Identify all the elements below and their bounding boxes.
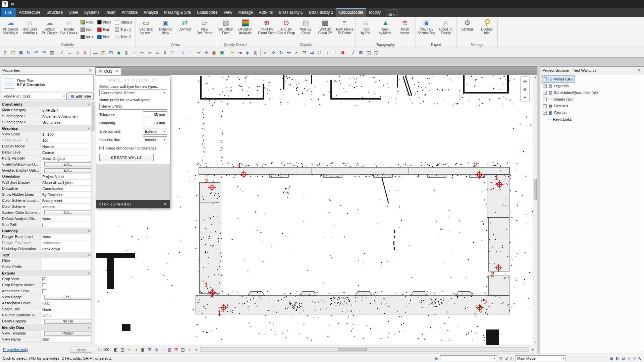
aligned-dimension-icon[interactable]: ↔: [66, 49, 73, 56]
property-value[interactable]: <none>: [41, 204, 95, 209]
delete-icon[interactable]: ✖: [339, 49, 346, 56]
property-value[interactable]: Project North: [41, 174, 95, 179]
wall-by-cloud-button[interactable]: ▤Wall By Cloud: [296, 18, 315, 41]
tol-offset-face-button[interactable]: ▧Tol. Offset Face: [216, 18, 235, 41]
tab-systems[interactable]: Systems: [81, 8, 102, 17]
tab-manage[interactable]: Manage: [235, 8, 256, 17]
camera-icon[interactable]: ◎: [252, 49, 259, 56]
horizontal-scrollbar[interactable]: [200, 347, 529, 352]
isolate-rvt-links-button[interactable]: ⌂Isolate Rvt. Links ▾: [59, 18, 78, 41]
tab-bim-facility-2[interactable]: BIM Facility 2: [306, 8, 336, 17]
property-value[interactable]: No clip: [41, 318, 95, 324]
close-project-browser-icon[interactable]: ✕: [637, 68, 642, 73]
browser-item-legends[interactable]: +▤Legends: [541, 82, 571, 89]
name-prefix-input[interactable]: Generic Wall: [99, 103, 167, 110]
crop-view-checkbox[interactable]: ✔: [42, 277, 46, 281]
tab-file[interactable]: File: [1, 8, 16, 17]
property-value[interactable]: None: [41, 216, 95, 222]
crop-view-icon[interactable]: ▣: [140, 346, 146, 353]
redo-icon[interactable]: ↷: [40, 49, 48, 56]
scroll-down-icon[interactable]: ▾: [533, 340, 537, 345]
sun-path-icon[interactable]: ☀: [126, 346, 132, 353]
expand-icon[interactable]: +: [543, 104, 547, 108]
property-value[interactable]: Grundrisse: [41, 119, 95, 125]
properties-scrollbar[interactable]: [91, 101, 95, 345]
close-inactive-views-icon[interactable]: ⊠: [357, 49, 365, 56]
location-line-select[interactable]: Interior▾: [143, 136, 167, 143]
property-value[interactable]: OG1: [41, 300, 95, 306]
annotation-crop-checkbox[interactable]: [42, 289, 46, 293]
text-note-icon[interactable]: A: [82, 49, 89, 56]
select-underlay-toggle-icon[interactable]: ◧: [615, 356, 620, 361]
open-file-icon[interactable]: ◳: [9, 49, 17, 56]
new-file-icon[interactable]: ▯: [2, 49, 9, 56]
property-value[interactable]: Allgemeine Ansichten: [41, 113, 95, 119]
property-value[interactable]: ✔: [41, 276, 95, 282]
property-value[interactable]: Coordination: [41, 186, 95, 191]
intensity-mode-button[interactable]: Int. ▾: [79, 34, 95, 41]
ref-plane-tool-icon[interactable]: ▱: [195, 49, 202, 56]
editable-items-icon[interactable]: ⚙: [499, 356, 503, 361]
topo-by-points-button[interactable]: ∴Topo. by Pts.: [357, 18, 376, 41]
normals-mode-button[interactable]: Nor.: [79, 26, 95, 33]
navigation-wheel-icon[interactable]: ◎: [521, 77, 529, 85]
temporary-view-properties-icon[interactable]: ▦: [166, 346, 173, 353]
close-panel-icon[interactable]: ✕: [164, 202, 167, 206]
print-icon[interactable]: ▥: [48, 49, 55, 56]
vertical-scrollbar[interactable]: ▴ ▾: [533, 75, 537, 345]
horizontal-scroll-thumb[interactable]: [338, 348, 367, 351]
mesh-import-button[interactable]: ≋Mesh Import.: [395, 18, 415, 41]
ceiling-tool-icon[interactable]: ▱: [146, 49, 153, 56]
opaque-button[interactable]: Opaque: [113, 19, 134, 26]
property-value[interactable]: [41, 222, 95, 228]
thin-lines-icon[interactable]: ╱: [350, 49, 357, 56]
browser-item-views-bf[interactable]: +◫Views (BF): [541, 76, 575, 82]
graphic-display-opti-button[interactable]: Edit...: [44, 168, 91, 173]
view-tab-og1[interactable]: ▤ OG1 ✕: [96, 67, 121, 75]
align-icon[interactable]: ⇤: [262, 49, 269, 56]
browser-item-schedules-quantities-all[interactable]: +▥Schedules/Quantities (all): [541, 89, 600, 96]
window-tool-icon[interactable]: ⊞: [107, 49, 115, 56]
point-by-cloud-snap-button[interactable]: ⊕Point By Cloud Snap: [257, 18, 276, 41]
property-section-extents[interactable]: Extents∧: [0, 270, 95, 276]
side-pointed-select[interactable]: Exterior▾: [143, 128, 167, 135]
type-selector[interactable]: Floor Plan BF A Grundriss: [2, 74, 94, 91]
view-selector-dropdown[interactable]: Floor Plan: OG1 ▾: [2, 93, 67, 100]
pt-clouds-visibility-button[interactable]: ☁Pt. Clouds Visibility ▾: [1, 18, 20, 41]
analytical-model-icon[interactable]: ⌂: [186, 346, 193, 353]
tab-view[interactable]: View: [221, 8, 235, 17]
navbar-expand-icon[interactable]: ▾: [521, 94, 529, 101]
property-section-constraints[interactable]: Constraints∧: [0, 101, 95, 107]
property-value[interactable]: [41, 258, 95, 264]
roof-tool-icon[interactable]: ⌂: [130, 49, 138, 56]
tab-collaborate[interactable]: Collaborate: [194, 8, 220, 17]
scrollbar-thumb[interactable]: [92, 102, 95, 131]
property-value[interactable]: Clean all wall joins: [41, 180, 95, 185]
scale-button[interactable]: 1 : 100: [97, 348, 112, 352]
property-value[interactable]: [41, 288, 95, 294]
tag-by-category-icon[interactable]: ◇: [74, 49, 81, 56]
view-range-button[interactable]: Edit...: [44, 295, 91, 300]
tile-views-icon[interactable]: ◱: [365, 49, 372, 56]
scope-box-tool-icon[interactable]: ▣: [218, 49, 225, 56]
edit-type-button[interactable]: ▦ Edit Type: [68, 93, 94, 100]
property-value[interactable]: [41, 264, 95, 270]
tab-analyze[interactable]: Analyze: [141, 8, 161, 17]
undo-icon[interactable]: ↶: [33, 49, 40, 56]
expand-icon[interactable]: +: [543, 84, 547, 88]
cloud-by-section-box-button[interactable]: ▣Cloud By Section Box: [417, 18, 436, 41]
selection-filter-icon[interactable]: ▽: [633, 356, 637, 361]
cloud-to-family-button[interactable]: ⌂Cloud To Family: [436, 18, 455, 41]
property-value[interactable]: [41, 282, 95, 288]
callout-tool-icon[interactable]: ◉: [210, 49, 218, 56]
worksharing-display-icon[interactable]: ◫: [180, 346, 186, 353]
wall-tool-icon[interactable]: ▬: [92, 49, 99, 56]
revit-logo-icon[interactable]: R: [2, 1, 8, 7]
tolerance-input[interactable]: 35 mm: [143, 111, 167, 118]
tab-modify[interactable]: Modify: [366, 8, 384, 17]
align-floors-to-points-button[interactable]: ≡Align Floors To Points: [335, 18, 354, 41]
system-color-schem-button[interactable]: Edit...: [44, 210, 91, 215]
select-pinned-toggle-icon[interactable]: ⊡: [621, 356, 625, 361]
design-options-icon[interactable]: ◫: [509, 356, 514, 361]
active-workset-input[interactable]: ▾: [440, 355, 497, 361]
